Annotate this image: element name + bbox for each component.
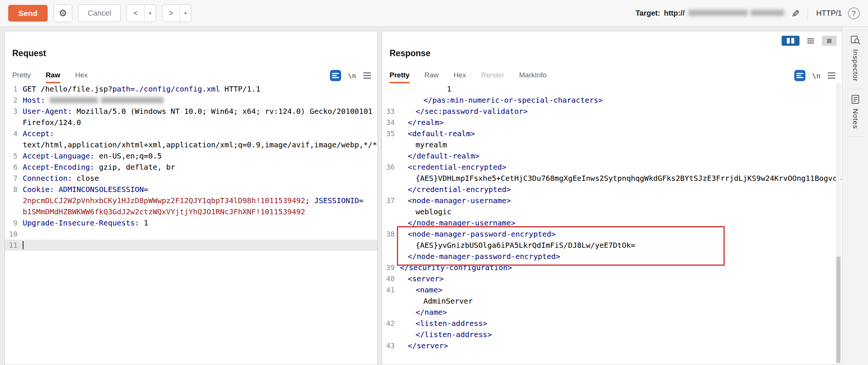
- code-line[interactable]: 10: [5, 228, 378, 240]
- show-newlines-button[interactable]: \n: [348, 72, 356, 80]
- code-line[interactable]: 1GET /hello/file.jsp?path=./config/confi…: [5, 83, 378, 95]
- tab-hex[interactable]: Hex: [75, 69, 88, 83]
- code-line[interactable]: myrealm: [382, 139, 842, 150]
- code-line[interactable]: 2Host:: [5, 95, 378, 106]
- code-line[interactable]: 7Connection: close: [5, 173, 378, 184]
- line-content: <default-realm>: [400, 128, 842, 139]
- response-viewer[interactable]: 1</pas:min-numeric-or-special-characters…: [382, 83, 842, 365]
- back-button[interactable]: <: [127, 5, 144, 22]
- layout-rows-button[interactable]: [803, 36, 818, 46]
- line-number: 11: [5, 240, 23, 251]
- line-number: 7: [5, 173, 23, 184]
- code-line[interactable]: 34</realm>: [382, 117, 842, 128]
- line-content: </realm>: [400, 117, 842, 128]
- tab-pretty[interactable]: Pretty: [12, 69, 31, 83]
- line-number: 3: [5, 106, 23, 128]
- edit-target-button[interactable]: ✎: [789, 9, 801, 17]
- line-number: [382, 240, 400, 251]
- settings-button[interactable]: ⚙: [54, 4, 72, 22]
- redacted-text: [50, 97, 98, 103]
- code-line[interactable]: </node-manager-password-encrypted>: [382, 251, 842, 262]
- help-button[interactable]: ?: [848, 7, 860, 19]
- line-number: 33: [382, 106, 400, 117]
- line-content: <credential-encrypted>: [400, 161, 842, 173]
- target-host-redacted: [688, 10, 787, 17]
- code-line[interactable]: 36<credential-encrypted>: [382, 161, 842, 173]
- prettify-button[interactable]: [330, 70, 341, 81]
- code-line[interactable]: </pas:min-numeric-or-special-characters>: [382, 95, 842, 106]
- http-version-label[interactable]: HTTP/1: [816, 9, 842, 17]
- code-line[interactable]: 3User-Agent: Mozilla/5.0 (Windows NT 10.…: [5, 106, 378, 128]
- question-mark-icon: ?: [852, 9, 856, 17]
- request-tabs-bar: PrettyRawHex \n: [12, 68, 372, 83]
- code-line[interactable]: {AES}VDHLmpIFsxhe5+CetHjC3Du768mgXgEeInw…: [382, 173, 842, 184]
- show-newlines-button[interactable]: \n: [812, 72, 820, 80]
- layout-columns-button[interactable]: [782, 36, 799, 46]
- tab-render[interactable]: Render: [481, 69, 504, 83]
- code-line[interactable]: 33</sec:password-validator>: [382, 106, 842, 117]
- prettify-button[interactable]: [794, 70, 805, 81]
- menu-button[interactable]: [363, 72, 372, 79]
- code-line[interactable]: 11: [5, 240, 378, 251]
- prettify-icon: [330, 70, 341, 81]
- forward-button[interactable]: >: [162, 5, 179, 22]
- pencil-icon: ✎: [790, 9, 801, 17]
- code-line[interactable]: 39</security-configuration>: [382, 262, 842, 273]
- line-number: 35: [382, 128, 400, 139]
- tab-markinfo[interactable]: MarkInfo: [519, 69, 547, 83]
- code-line[interactable]: 5Accept-Language: en-US,en;q=0.5: [5, 150, 378, 161]
- code-line[interactable]: weblogic: [382, 206, 842, 217]
- code-line[interactable]: 1: [382, 83, 842, 95]
- tab-raw[interactable]: Raw: [46, 69, 60, 83]
- tab-pretty[interactable]: Pretty: [390, 69, 410, 83]
- code-line[interactable]: 40<server>: [382, 273, 842, 284]
- hamburger-icon: [363, 72, 372, 79]
- line-content: </default-realm>: [400, 150, 842, 161]
- code-line[interactable]: </name>: [382, 307, 842, 318]
- line-content: AdminServer: [400, 295, 842, 307]
- line-number: [382, 184, 400, 195]
- redacted-text: [751, 10, 784, 16]
- code-line[interactable]: 43</server>: [382, 340, 842, 351]
- line-content: {AES}VDHLmpIFsxhe5+CetHjC3Du768mgXgEeInw…: [400, 173, 842, 184]
- line-content: weblogic: [400, 206, 842, 217]
- send-button[interactable]: Send: [8, 5, 48, 22]
- line-content: <node-manager-username>: [400, 195, 842, 206]
- code-line[interactable]: </credential-encrypted>: [382, 184, 842, 195]
- response-scrollbar[interactable]: [836, 83, 841, 363]
- code-line[interactable]: 42<listen-address>: [382, 318, 842, 329]
- sidebar-tab-inspector[interactable]: Inspector: [850, 27, 860, 81]
- gear-icon: ⚙: [59, 8, 67, 19]
- code-line[interactable]: 35<default-realm>: [382, 128, 842, 139]
- code-line[interactable]: 37<node-manager-username>: [382, 195, 842, 206]
- request-editor[interactable]: 1GET /hello/file.jsp?path=./config/confi…: [5, 83, 378, 365]
- code-line[interactable]: 41<name>: [382, 284, 842, 295]
- code-line[interactable]: {AES}yvGnizbUSOlga6iPA5LkrQdImFiS/DJ8Lw/…: [382, 240, 842, 251]
- code-line[interactable]: 8Cookie: ADMINCONSOLESESSION=2npcmDLCJ2W…: [5, 184, 378, 217]
- line-content: </sec:password-validator>: [400, 106, 842, 117]
- sidebar-tab-notes[interactable]: Notes: [850, 91, 860, 129]
- code-line[interactable]: AdminServer: [382, 295, 842, 307]
- sidebar-divider: [847, 89, 864, 89]
- code-line[interactable]: </default-realm>: [382, 150, 842, 161]
- menu-button[interactable]: [827, 72, 836, 79]
- code-line[interactable]: 4Accept: text/html,application/xhtml+xml…: [5, 128, 378, 150]
- redacted-text: [101, 97, 163, 103]
- tab-raw[interactable]: Raw: [425, 69, 439, 83]
- line-number: 38: [382, 228, 400, 240]
- tab-hex[interactable]: Hex: [454, 69, 466, 83]
- line-content: <listen-address>: [400, 318, 842, 329]
- code-line[interactable]: </node-manager-username>: [382, 217, 842, 228]
- code-line[interactable]: </listen-address>: [382, 329, 842, 340]
- code-line[interactable]: 38<node-manager-password-encrypted>: [382, 228, 842, 240]
- inspector-icon: [850, 35, 860, 45]
- layout-single-button[interactable]: [822, 36, 837, 46]
- scrollbar-thumb[interactable]: [836, 257, 840, 363]
- back-dropdown[interactable]: ▾: [144, 5, 156, 22]
- cancel-button[interactable]: Cancel: [78, 4, 121, 22]
- line-number: [382, 251, 400, 262]
- code-line[interactable]: 9Upgrade-Insecure-Requests: 1: [5, 217, 378, 228]
- forward-dropdown[interactable]: ▾: [179, 5, 191, 22]
- code-line[interactable]: 6Accept-Encoding: gzip, deflate, br: [5, 161, 378, 173]
- line-number: 40: [382, 273, 400, 284]
